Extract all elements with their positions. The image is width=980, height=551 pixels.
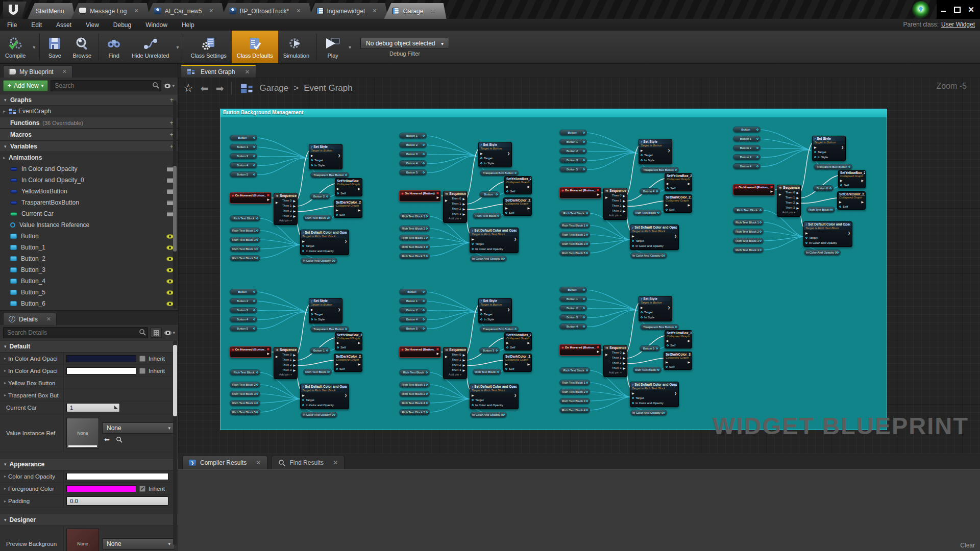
- clear-button[interactable]: Clear: [960, 542, 975, 549]
- data-pin[interactable]: [256, 384, 258, 386]
- tab-event-graph[interactable]: Event Graph ✕: [181, 65, 256, 78]
- data-pin[interactable]: [423, 144, 425, 146]
- close-icon[interactable]: ✕: [296, 8, 301, 14]
- exec-in-pin[interactable]: ▶: [805, 231, 808, 235]
- getter-pill-button[interactable]: Button: [559, 287, 587, 293]
- data-pin[interactable]: [328, 217, 330, 219]
- data-pin[interactable]: [253, 164, 255, 166]
- data-pin[interactable]: [667, 344, 669, 346]
- sequence-node[interactable]: ⇉Sequence ▶Then 0▶Then 1▶Then 2▶Then 3▶A…: [777, 185, 801, 217]
- exec-out-pin[interactable]: ▶: [293, 204, 296, 208]
- exec-out-pin[interactable]: ❯: [345, 239, 347, 243]
- details-scrollbar[interactable]: [173, 341, 177, 545]
- getter-pill-rich-text-block[interactable]: Rich Text Block 3: [733, 238, 764, 244]
- tab-details[interactable]: i Details ✕: [3, 313, 57, 325]
- data-pin[interactable]: [760, 249, 762, 251]
- data-pin[interactable]: [326, 349, 328, 352]
- getter-pill-button[interactable]: Button 3: [230, 307, 257, 313]
- exec-in-pin[interactable]: ▶: [505, 206, 508, 210]
- set-default-color-node[interactable]: ƒSet Default Color and Opacity Target is…: [803, 221, 852, 247]
- data-pin[interactable]: [302, 399, 304, 401]
- data-pin[interactable]: [837, 252, 839, 254]
- data-pin[interactable]: [503, 414, 505, 416]
- data-pin[interactable]: [426, 237, 428, 239]
- variable-button[interactable]: Button: [0, 231, 178, 242]
- getter-pill-in-color-and-opacity-0[interactable]: In Color And Opacity 0: [630, 410, 667, 416]
- favorite-star-icon[interactable]: ☆: [183, 82, 193, 95]
- getter-pill-rich-text-ref[interactable]: Rich Text Block 2: [303, 215, 332, 221]
- data-pin[interactable]: [423, 328, 425, 330]
- getter-pill-rich-text-block[interactable]: Rich Text Block 4: [399, 400, 430, 406]
- getter-pill-rich-text-block[interactable]: Rich Text Block 2: [559, 232, 590, 238]
- getter-pill-rich-text-block[interactable]: Rich Text Block 2: [733, 229, 764, 235]
- data-pin[interactable]: [760, 209, 762, 211]
- exec-out-pin[interactable]: ❯: [507, 152, 510, 155]
- exec-out-pin[interactable]: ▶: [462, 363, 465, 367]
- data-pin[interactable]: [656, 347, 658, 349]
- data-pin[interactable]: [253, 318, 255, 320]
- data-pin[interactable]: [337, 192, 339, 194]
- exec-out-pin[interactable]: ▶: [462, 197, 465, 201]
- scrollbar-thumb[interactable]: [173, 345, 177, 416]
- exec-out-pin[interactable]: ▶: [623, 351, 625, 355]
- exec-out-pin[interactable]: ▶: [796, 201, 799, 205]
- expand-icon[interactable]: ▸: [3, 155, 9, 160]
- getter-pill-button[interactable]: Button 3: [559, 157, 587, 163]
- data-pin[interactable]: [814, 151, 816, 153]
- data-pin[interactable]: [586, 224, 588, 227]
- exec-out-pin[interactable]: ▶: [623, 204, 625, 208]
- data-pin[interactable]: [426, 228, 428, 230]
- getter-pill-button[interactable]: Button 4: [230, 162, 257, 168]
- sequence-node[interactable]: ⇉Sequence ▶Then 0▶Then 1▶Then 2▶Then 3▶A…: [603, 188, 627, 220]
- play-button[interactable]: Play: [319, 31, 347, 63]
- data-pin[interactable]: [586, 243, 588, 245]
- data-pin[interactable]: [657, 369, 659, 371]
- exec-out-pin[interactable]: ▶: [688, 203, 690, 207]
- data-pin[interactable]: [256, 393, 258, 395]
- preview-background-dropdown[interactable]: None▾: [102, 538, 175, 549]
- data-pin[interactable]: [311, 164, 313, 166]
- exec-out-pin[interactable]: ❯: [668, 306, 670, 309]
- getter-pill-rich-text-block[interactable]: Rich Text Block 5: [230, 409, 260, 415]
- data-pin[interactable]: [253, 137, 255, 139]
- details-filter-dropdown[interactable]: ▾: [164, 330, 175, 335]
- variable-trasparentboxbutton[interactable]: TrasparentBoxButton: [0, 197, 178, 208]
- add-pin-button[interactable]: Add pin +: [274, 372, 297, 376]
- exec-in-pin[interactable]: ▶: [337, 187, 339, 190]
- set-style-node[interactable]: ƒSet Style Target is Button ▶❯ Target In…: [639, 296, 672, 321]
- data-pin[interactable]: [583, 316, 585, 318]
- data-pin[interactable]: [583, 168, 585, 170]
- visibility-filter-dropdown[interactable]: ▾: [164, 83, 175, 88]
- data-pin[interactable]: [426, 393, 428, 395]
- getter-pill-button[interactable]: Button 2: [230, 298, 257, 304]
- exec-in-pin[interactable]: ▶: [779, 192, 781, 196]
- data-pin[interactable]: [586, 252, 588, 254]
- color-swatch[interactable]: [66, 367, 136, 374]
- data-pin[interactable]: [506, 346, 508, 348]
- exec-in-pin[interactable]: ▶: [605, 195, 608, 199]
- back-arrow-icon[interactable]: ⬅: [201, 83, 209, 94]
- data-pin[interactable]: [302, 245, 304, 247]
- collapsed-node-setdarkcolor[interactable]: SetDarkColor_2_0 Collapsed Graph ▶▶ Self: [334, 354, 362, 372]
- exec-out-pin[interactable]: ▶: [358, 187, 360, 190]
- event-node-on-hovered[interactable]: ◆On Hovered (Button) ▶: [399, 190, 441, 202]
- data-pin[interactable]: [480, 162, 482, 164]
- set-style-node[interactable]: ƒSet Style Target is Button ▶❯ Target In…: [639, 139, 672, 164]
- delegate-pin[interactable]: [267, 194, 270, 196]
- getter-pill-rich-text-block[interactable]: Rich Text Block 3: [559, 241, 590, 247]
- close-icon[interactable]: ✕: [62, 68, 67, 75]
- exec-in-pin[interactable]: ▶: [667, 339, 669, 342]
- getter-pill-button[interactable]: Button 3: [559, 314, 587, 320]
- data-pin[interactable]: [302, 404, 304, 406]
- data-pin[interactable]: [426, 255, 428, 257]
- exec-in-pin[interactable]: ▶: [480, 152, 483, 155]
- sequence-node[interactable]: ⇉Sequence ▶Then 0▶Then 1▶Then 2▶Then 3▶A…: [274, 193, 298, 225]
- getter-pill-trasparent-box-button[interactable]: Trasparent Box Button: [640, 167, 679, 173]
- exec-out-pin[interactable]: ▶: [293, 209, 296, 213]
- close-icon[interactable]: ✕: [256, 459, 261, 466]
- set-default-color-node[interactable]: ƒSet Default Color and Opacity Target is…: [470, 384, 519, 409]
- getter-pill-rich-text-block[interactable]: Rich Text Block: [559, 210, 590, 216]
- exec-in-pin[interactable]: ▶: [445, 355, 448, 358]
- data-pin[interactable]: [586, 382, 588, 384]
- exec-out-pin[interactable]: ❯: [674, 234, 677, 238]
